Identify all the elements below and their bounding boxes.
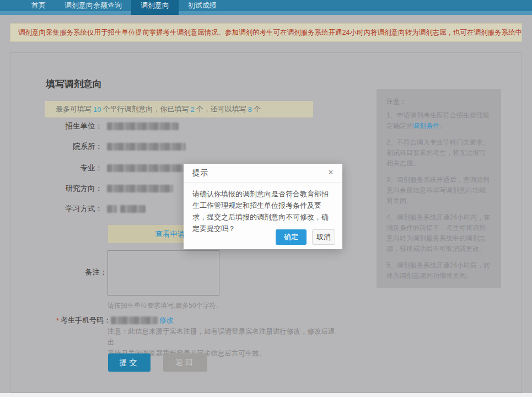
field-row-major: 专业： — [10, 163, 184, 173]
redacted-value — [107, 185, 173, 192]
field-row-research-direction: 研究方向： — [10, 184, 173, 194]
tab-quota-query[interactable]: 调剂意向余额查询 — [55, 0, 131, 15]
phone-row: * 考生手机号码： 修改 — [56, 315, 174, 325]
quota-text: 个平行调剂意向，你已填写 — [103, 104, 189, 114]
bottom-strip — [0, 393, 532, 397]
field-label: 学习方式： — [10, 204, 103, 214]
top-nav: 首页 调剂意向余额查询 调剂意向 初试成绩 — [0, 0, 532, 15]
remark-label: 备注： — [85, 267, 108, 277]
redacted-value — [107, 164, 184, 172]
back-button[interactable]: 返回 — [163, 353, 207, 372]
note-text: 。 — [439, 122, 446, 130]
quota-text: 最多可填写 — [56, 104, 92, 114]
quota-remaining: 8 — [246, 105, 254, 114]
quota-max: 10 — [92, 105, 103, 114]
page-title: 填写调剂意向 — [46, 78, 102, 90]
field-label: 院系所： — [10, 142, 103, 152]
cancel-button[interactable]: 取消 — [312, 229, 335, 245]
quota-filled: 2 — [189, 105, 196, 114]
confirm-button[interactable]: 确定 — [276, 229, 307, 245]
notes-title: 注意： — [386, 96, 491, 107]
field-label: 招生单位： — [10, 121, 103, 131]
quota-text: 个，还可以填写 — [196, 104, 246, 114]
phone-label: 考生手机号码： — [61, 315, 111, 325]
tab-home[interactable]: 首页 — [22, 0, 55, 15]
note-item-2: 2、不符合调入专业学科门类要求、初试科目要求的考生，将无法填写相关志愿。 — [386, 137, 491, 169]
remark-hint: 请按招生单位要求填写,最多50个字符。 — [108, 301, 223, 310]
field-row-department: 院系所： — [10, 142, 186, 152]
notice-banner: 调剂意向采集服务系统仅用于招生单位提前掌握考生调剂意愿情况。参加调剂的考生可在调… — [10, 23, 522, 42]
dialog-header: 提示 × — [184, 164, 342, 183]
submit-button[interactable]: 提交 — [108, 353, 151, 372]
required-asterisk: * — [56, 316, 59, 325]
redacted-value — [107, 205, 117, 213]
note-item-3: 3、调剂服务系统开通后，查询调剂意向余额信息和填写调剂意向功能将关闭。 — [386, 175, 491, 206]
close-icon[interactable]: × — [326, 168, 336, 178]
modify-phone-link[interactable]: 修改 — [159, 315, 174, 325]
note-item-4: 4、调剂服务系统开通24小时内，在满足条件的前提下，考生可将调剂意向转为调剂服务… — [386, 212, 491, 254]
note-item-5: 5、调剂服务系统开通24小时后，转移为调剂志愿的功能将关闭。 — [386, 260, 491, 281]
nav-tabs: 首页 调剂意向余额查询 调剂意向 初试成绩 — [22, 0, 226, 15]
field-row-study-mode: 学习方式： — [10, 204, 146, 214]
quota-info-bar: 最多可填写 10 个平行调剂意向，你已填写 2 个，还可以填写 8 个 — [45, 101, 313, 117]
field-row-unit: 招生单位： — [10, 121, 179, 131]
adjustment-conditions-link[interactable]: 调剂条件 — [413, 122, 439, 130]
phone-note-line1: 注意：此信息来源于实名注册，如有误请登录实名注册进行修改，修改后退出 — [108, 326, 339, 348]
notes-sidebar: 注意： 1、申请调剂考生应符合招生管理规定确定的调剂条件。 2、不符合调入专业学… — [377, 89, 501, 288]
dialog-footer: 确定 取消 — [276, 229, 335, 245]
confirm-dialog: 提示 × 请确认你填报的调剂意向是否符合教育部招生工作管理规定和招生单位报考条件… — [184, 164, 342, 249]
dialog-title: 提示 — [192, 168, 208, 178]
field-label: 专业： — [10, 163, 103, 173]
redacted-value — [107, 122, 179, 130]
redacted-value — [107, 143, 186, 151]
field-label: 研究方向： — [10, 184, 103, 194]
redacted-value — [120, 205, 146, 213]
notice-banner-text: 调剂意向采集服务系统仅用于招生单位提前掌握考生调剂意愿情况。参加调剂的考生可在调… — [18, 28, 522, 37]
dialog-body: 请确认你填报的调剂意向是否符合教育部招生工作管理规定和招生单位报考条件及要求，提… — [184, 183, 342, 234]
tab-exam-score[interactable]: 初试成绩 — [179, 0, 226, 15]
tab-adjustment-intention[interactable]: 调剂意向 — [131, 0, 179, 15]
note-item-1: 1、申请调剂考生应符合招生管理规定确定的调剂条件。 — [386, 110, 491, 131]
redacted-phone-value — [111, 316, 158, 324]
remark-textarea[interactable] — [108, 250, 219, 296]
quota-text: 个 — [254, 104, 261, 114]
